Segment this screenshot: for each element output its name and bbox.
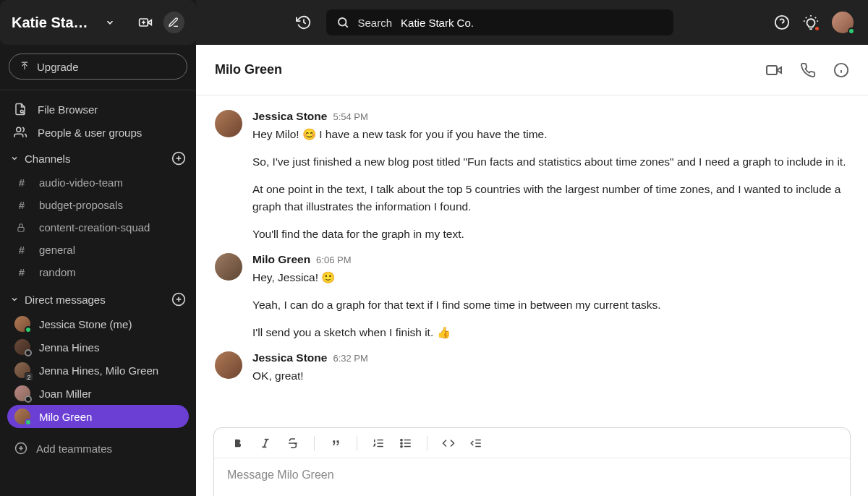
add-teammates[interactable]: Add teammates xyxy=(0,437,196,460)
channel-item[interactable]: #general xyxy=(7,239,189,261)
add-channel-button[interactable] xyxy=(171,151,186,166)
presence-indicator xyxy=(25,326,32,333)
message-author[interactable]: Jessica Stone xyxy=(252,110,327,123)
svg-rect-29 xyxy=(767,66,777,74)
workspace-switcher[interactable]: Katie Star… xyxy=(0,0,196,45)
svg-point-46 xyxy=(401,445,402,447)
search-term: Katie Stark Co. xyxy=(401,17,474,29)
dm-item[interactable]: Milo Green xyxy=(7,405,189,428)
upgrade-button[interactable]: Upgrade xyxy=(9,54,187,80)
dm-item[interactable]: Jessica Stone (me) xyxy=(7,312,189,335)
avatar xyxy=(215,351,242,379)
quote-button[interactable] xyxy=(323,432,348,454)
nav-label: People & user groups xyxy=(38,127,142,139)
message-time: 5:54 PM xyxy=(333,111,367,122)
group-count-badge: 2 xyxy=(25,372,33,381)
code-block-button[interactable] xyxy=(464,432,488,454)
avatar: 2 xyxy=(14,362,30,378)
user-menu[interactable] xyxy=(832,12,854,33)
search-input[interactable]: Search Katie Stark Co. xyxy=(326,9,673,35)
nav-file-browser[interactable]: File Browser xyxy=(7,98,189,121)
svg-point-19 xyxy=(339,18,346,26)
channel-item[interactable]: #random xyxy=(7,261,189,283)
sidebar: Katie Star… Upgrade File Browser xyxy=(0,0,196,496)
code-button[interactable] xyxy=(436,432,461,454)
bullet-list-button[interactable] xyxy=(393,432,418,454)
avatar xyxy=(14,316,30,332)
avatar xyxy=(14,339,30,355)
channel-name: random xyxy=(39,266,76,278)
svg-point-45 xyxy=(401,442,402,443)
dms-header-label: Direct messages xyxy=(25,294,106,306)
details-button[interactable] xyxy=(833,62,849,78)
message-author[interactable]: Jessica Stone xyxy=(252,351,327,364)
history-button[interactable] xyxy=(293,12,315,33)
workspace-name: Katie Star… xyxy=(12,14,92,31)
topbar: Search Katie Stark Co. xyxy=(196,0,868,45)
nav-label: File Browser xyxy=(38,103,98,116)
message-body: Hey Milo! 😊 I have a new task for you if… xyxy=(252,126,849,243)
presence-indicator xyxy=(848,27,855,35)
message-list[interactable]: Jessica Stone5:54 PMHey Milo! 😊 I have a… xyxy=(196,95,868,420)
hash-icon: # xyxy=(16,199,27,211)
bold-button[interactable] xyxy=(226,432,250,454)
channels-header[interactable]: Channels xyxy=(0,144,196,170)
nav-people[interactable]: People & user groups xyxy=(7,121,189,144)
channels-header-label: Channels xyxy=(25,153,70,165)
new-huddle-button[interactable] xyxy=(135,12,156,33)
help-button[interactable] xyxy=(774,14,790,30)
upgrade-label: Upgrade xyxy=(37,61,79,73)
message: Jessica Stone6:32 PMOK, great! xyxy=(215,351,849,385)
hash-icon: # xyxy=(16,176,27,189)
dm-item[interactable]: Joan Miller xyxy=(7,382,189,405)
channel-item[interactable]: content-creation-squad xyxy=(7,216,189,239)
svg-point-6 xyxy=(20,110,23,113)
chevron-down-icon xyxy=(99,12,120,33)
plus-circle-icon xyxy=(14,442,27,455)
presence-indicator xyxy=(25,419,32,426)
dm-item[interactable]: 2Jenna Hines, Milo Green xyxy=(7,359,189,382)
composer: Message Milo Green xyxy=(213,427,851,496)
channel-name: budget-proposals xyxy=(39,199,123,211)
add-dm-button[interactable] xyxy=(171,292,186,307)
video-call-button[interactable] xyxy=(765,61,783,79)
svg-point-8 xyxy=(17,127,21,132)
message-body: Hey, Jessica! 🙂Yeah, I can do a graph fo… xyxy=(252,269,849,341)
compose-button[interactable] xyxy=(163,12,184,33)
channel-item[interactable]: #budget-proposals xyxy=(7,194,189,216)
svg-line-28 xyxy=(815,17,816,18)
svg-line-20 xyxy=(345,25,347,27)
people-icon xyxy=(13,126,27,139)
message-input[interactable]: Message Milo Green xyxy=(214,458,850,496)
upload-icon xyxy=(20,61,30,72)
add-teammates-label: Add teammates xyxy=(36,442,112,455)
channel-name: audio-video-team xyxy=(39,176,123,189)
conversation-title[interactable]: Milo Green xyxy=(215,62,282,77)
audio-call-button[interactable] xyxy=(800,62,816,78)
channel-item[interactable]: #audio-video-team xyxy=(7,171,189,194)
lock-icon xyxy=(16,223,27,233)
dm-name: Milo Green xyxy=(39,411,92,423)
italic-button[interactable] xyxy=(253,432,278,454)
avatar xyxy=(14,385,30,401)
svg-line-27 xyxy=(806,17,807,18)
chevron-down-icon xyxy=(10,295,19,304)
search-icon xyxy=(336,16,349,29)
channel-name: content-creation-squad xyxy=(39,221,150,234)
presence-indicator xyxy=(25,395,32,403)
search-prefix: Search xyxy=(358,17,393,29)
svg-line-36 xyxy=(264,439,267,447)
dm-name: Jenna Hines, Milo Green xyxy=(39,364,158,377)
chevron-down-icon xyxy=(10,154,19,163)
message-author[interactable]: Milo Green xyxy=(252,253,310,266)
dm-item[interactable]: Jenna Hines xyxy=(7,335,189,359)
message: Milo Green6:06 PMHey, Jessica! 🙂Yeah, I … xyxy=(215,253,849,341)
whats-new-button[interactable] xyxy=(803,14,819,30)
ordered-list-button[interactable] xyxy=(366,432,391,454)
dm-name: Jessica Stone (me) xyxy=(39,318,132,330)
avatar xyxy=(215,253,242,281)
dms-header[interactable]: Direct messages xyxy=(0,285,196,311)
message-body: OK, great! xyxy=(252,367,849,385)
strikethrough-button[interactable] xyxy=(281,432,305,454)
message: Jessica Stone5:54 PMHey Milo! 😊 I have a… xyxy=(215,110,849,243)
